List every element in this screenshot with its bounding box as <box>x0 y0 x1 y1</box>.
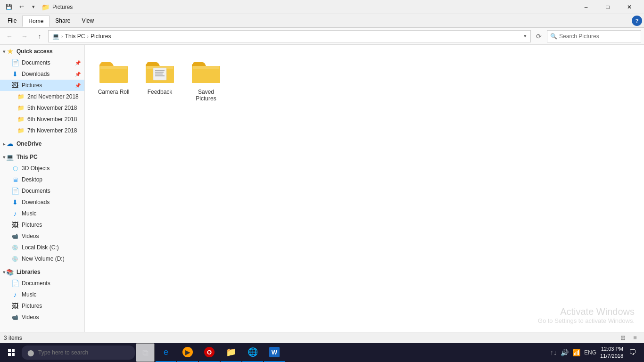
onedrive-label: OneDrive <box>17 140 41 147</box>
path-this-pc[interactable]: This PC <box>65 33 85 40</box>
clock[interactable]: 12:03 PM 11/7/2018 <box>600 346 623 360</box>
speaker-icon[interactable]: 🔊 <box>561 349 569 356</box>
pictures-icon: 🖼 <box>11 82 19 89</box>
language-indicator[interactable]: ENG <box>584 349 596 356</box>
tab-home[interactable]: Home <box>22 16 50 27</box>
taskbar-app-vlc[interactable]: ▶ <box>177 343 198 362</box>
sidebar-item-downloads-qa[interactable]: ⬇ Downloads 📌 <box>0 68 84 80</box>
maximize-button[interactable]: □ <box>597 0 619 14</box>
network-wifi-icon[interactable]: 📶 <box>572 349 580 356</box>
help-button[interactable]: ? <box>632 16 642 26</box>
sidebar-item-folder-3[interactable]: 📁 6th November 2018 <box>0 114 84 125</box>
taskbar-app-opera[interactable]: O <box>199 343 220 362</box>
sidebar-item-folder-2[interactable]: 📁 5th November 2018 <box>0 102 84 114</box>
sidebar-item-lib-pictures[interactable]: 🖼 Pictures <box>0 300 84 312</box>
taskbar-app-chrome[interactable]: 🌐 <box>242 343 263 362</box>
tab-file[interactable]: File <box>2 16 22 26</box>
ribbon-tabs: File Home Share View ? <box>0 14 644 27</box>
sidebar-onedrive-header[interactable]: ▸ ☁ OneDrive <box>0 138 84 149</box>
libraries-label: Libraries <box>17 269 41 275</box>
subfolder-label-1: 2nd November 2018 <box>27 93 79 100</box>
word-icon: W <box>269 347 280 357</box>
lib-pictures-icon: 🖼 <box>11 302 19 310</box>
sidebar-item-documents-pc[interactable]: 📄 Documents <box>0 185 84 197</box>
lib-documents-label: Documents <box>22 280 50 287</box>
sidebar-item-3dobjects[interactable]: ⬡ 3D Objects <box>0 163 84 174</box>
expand-icon-pc: ▾ <box>3 155 5 160</box>
sidebar-item-lib-music[interactable]: ♪ Music <box>0 289 84 300</box>
taskbar: ⬤ ⧉ e ▶ O 📁 🌐 W ↑↓ 🔊 📶 ENG 12:03 PM 11/7… <box>0 343 644 362</box>
sidebar-item-folder-4[interactable]: 📁 7th November 2018 <box>0 125 84 136</box>
task-view-button[interactable]: ⧉ <box>136 343 155 362</box>
folder-icon-saved-pictures <box>192 59 220 84</box>
lib-videos-icon: 📹 <box>11 313 19 321</box>
folder-saved-pictures[interactable]: Saved Pictures <box>185 52 227 106</box>
refresh-button[interactable]: ⟳ <box>533 30 545 42</box>
sidebar-thispc-header[interactable]: ▾ 💻 This PC <box>0 151 84 163</box>
grid-view-button[interactable]: ⊞ <box>618 333 628 343</box>
close-button[interactable]: ✕ <box>619 0 640 14</box>
folder-icon-3: 📁 <box>17 115 25 123</box>
sidebar-item-downloads-pc[interactable]: ⬇ Downloads <box>0 197 84 208</box>
tab-view[interactable]: View <box>76 16 99 26</box>
sidebar-item-lib-documents[interactable]: 📄 Documents <box>0 278 84 289</box>
sidebar-quick-access-section: ▾ ★ Quick access 📄 Documents 📌 ⬇ Downloa… <box>0 45 84 137</box>
start-button[interactable] <box>2 343 21 362</box>
qa-save-btn[interactable]: 💾 <box>4 2 14 12</box>
list-view-button[interactable]: ≡ <box>630 333 640 343</box>
minimize-button[interactable]: – <box>575 0 597 14</box>
downloads-pc-label: Downloads <box>22 199 50 206</box>
lib-pictures-label: Pictures <box>22 303 42 309</box>
search-input[interactable] <box>559 33 638 40</box>
main-area: ▾ ★ Quick access 📄 Documents 📌 ⬇ Downloa… <box>0 45 644 332</box>
search-box[interactable]: 🔍 <box>547 30 641 42</box>
computer-icon: 💻 <box>6 153 14 161</box>
sidebar-item-videos[interactable]: 📹 Videos <box>0 230 84 242</box>
taskbar-app-word[interactable]: W <box>264 343 285 362</box>
desktop-icon: 🖥 <box>11 176 19 183</box>
address-path[interactable]: 💻 › This PC › Pictures ▾ <box>48 30 531 42</box>
folder-camera-roll[interactable]: Camera Roll <box>92 52 135 106</box>
sidebar-item-desktop[interactable]: 🖥 Desktop <box>0 174 84 185</box>
search-icon: 🔍 <box>550 33 557 40</box>
up-button[interactable]: ↑ <box>33 30 46 43</box>
sidebar-item-documents-qa[interactable]: 📄 Documents 📌 <box>0 57 84 68</box>
network-icon[interactable]: ↑↓ <box>550 349 557 356</box>
activate-watermark: Activate Windows Go to Settings to activ… <box>538 306 635 324</box>
sidebar-item-local-disk[interactable]: 💿 Local Disk (C:) <box>0 242 84 253</box>
taskbar-app-files[interactable]: 📁 <box>221 343 241 362</box>
sidebar-item-pictures-pc[interactable]: 🖼 Pictures <box>0 219 84 230</box>
path-pictures[interactable]: Pictures <box>91 33 111 40</box>
ribbon: File Home Share View ? <box>0 14 644 28</box>
sidebar-quick-access-header[interactable]: ▾ ★ Quick access <box>0 46 84 57</box>
expand-icon: ▾ <box>3 49 5 54</box>
taskbar-app-edge[interactable]: e <box>156 343 176 362</box>
address-dropdown-btn[interactable]: ▾ <box>524 33 527 39</box>
expand-icon-lib: ▾ <box>3 270 5 275</box>
sidebar-item-lib-videos[interactable]: 📹 Videos <box>0 312 84 323</box>
documents-pc-label: Documents <box>22 188 50 194</box>
sidebar-item-new-volume[interactable]: 💿 New Volume (D:) <box>0 253 84 264</box>
sidebar-onedrive-section: ▸ ☁ OneDrive <box>0 137 84 150</box>
taskbar-search-input[interactable] <box>38 349 129 356</box>
folder-feedback[interactable]: Feedback <box>139 52 181 106</box>
sidebar-item-folder-1[interactable]: 📁 2nd November 2018 <box>0 91 84 102</box>
disk-c-icon: 💿 <box>11 244 19 251</box>
document-icon: 📄 <box>11 59 19 66</box>
back-button[interactable]: ← <box>3 30 16 43</box>
qa-undo-btn[interactable]: ↩ <box>16 2 26 12</box>
sidebar-libraries-header[interactable]: ▾ 📚 Libraries <box>0 266 84 278</box>
qa-dropdown-btn[interactable]: ▾ <box>28 2 39 12</box>
notification-button[interactable]: 🗨 <box>627 348 638 357</box>
expand-icon-od: ▸ <box>3 141 5 147</box>
tab-share[interactable]: Share <box>50 16 76 26</box>
address-bar: ← → ↑ 💻 › This PC › Pictures ▾ ⟳ 🔍 <box>0 28 644 45</box>
title-bar: 💾 ↩ ▾ 📁 Pictures – □ ✕ <box>0 0 644 14</box>
forward-button[interactable]: → <box>18 30 31 43</box>
sidebar: ▾ ★ Quick access 📄 Documents 📌 ⬇ Downloa… <box>0 45 85 332</box>
sidebar-item-pictures[interactable]: 🖼 Pictures 📌 <box>0 80 84 91</box>
window-title: Pictures <box>52 4 73 10</box>
systray: ↑↓ <box>550 349 557 356</box>
sidebar-item-music[interactable]: ♪ Music <box>0 208 84 219</box>
taskbar-search[interactable]: ⬤ <box>22 346 135 360</box>
